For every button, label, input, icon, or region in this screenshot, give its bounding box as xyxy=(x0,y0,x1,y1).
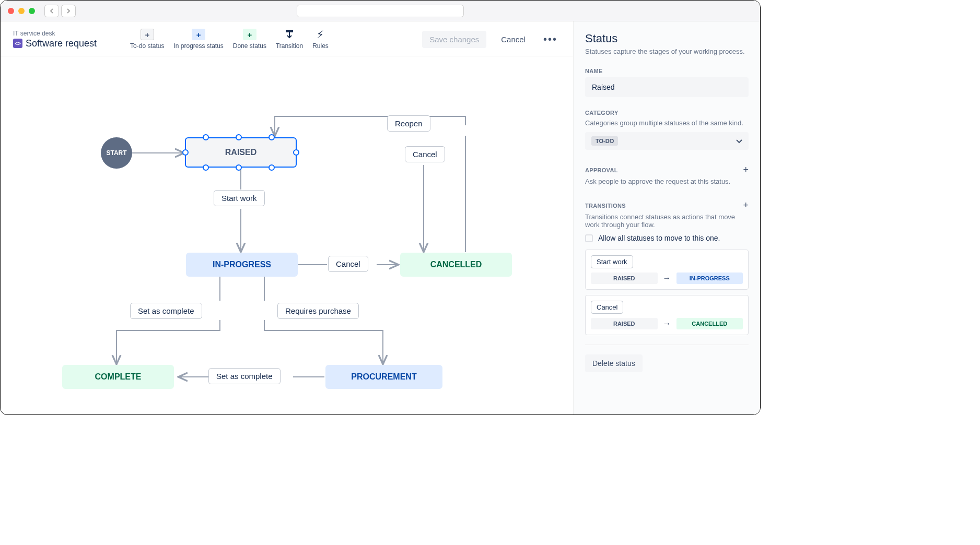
arrow-right-icon: → xyxy=(663,319,671,328)
transition-set-complete-2[interactable]: Set as complete xyxy=(208,368,281,384)
delete-status-button[interactable]: Delete status xyxy=(585,354,643,372)
page-title: Software request xyxy=(26,38,97,49)
add-done-status-button[interactable]: + Done status xyxy=(233,29,266,50)
add-approval-button[interactable]: + xyxy=(743,164,749,175)
node-raised-label: RAISED xyxy=(225,148,256,157)
plus-icon: + xyxy=(192,29,205,40)
transition-icon xyxy=(284,29,295,40)
node-raised[interactable]: RAISED xyxy=(185,137,297,168)
side-title: Status xyxy=(585,32,749,45)
node-procurement[interactable]: PROCUREMENT xyxy=(325,365,442,389)
nav-forward-button[interactable] xyxy=(61,5,76,17)
breadcrumb-parent[interactable]: IT service desk xyxy=(13,30,97,37)
toolbox: + To-do status + In progress status + Do… xyxy=(130,29,329,50)
node-start[interactable]: START xyxy=(101,137,132,169)
chevron-down-icon xyxy=(736,136,742,146)
status-name-input[interactable] xyxy=(585,77,749,97)
svg-rect-0 xyxy=(286,30,293,32)
arrow-right-icon: → xyxy=(663,274,671,283)
close-window-icon[interactable] xyxy=(8,8,14,14)
add-todo-status-button[interactable]: + To-do status xyxy=(130,29,164,50)
transition-requires-purchase[interactable]: Requires purchase xyxy=(277,303,359,319)
transition-card[interactable]: Cancel RAISED → CANCELLED xyxy=(585,295,749,335)
transitions-label: TRANSITIONS xyxy=(585,203,626,209)
url-bar[interactable] xyxy=(297,5,464,17)
nav-arrows xyxy=(44,5,76,17)
nav-back-button[interactable] xyxy=(44,5,59,17)
add-transition-button[interactable]: Transition xyxy=(276,29,303,50)
add-inprogress-status-button[interactable]: + In progress status xyxy=(173,29,223,50)
transition-card-name: Cancel xyxy=(591,301,623,314)
more-menu-icon[interactable]: ••• xyxy=(540,33,561,45)
approval-desc: Ask people to approve the request at thi… xyxy=(585,177,749,185)
transition-from-pill: RAISED xyxy=(591,272,658,284)
minimize-window-icon[interactable] xyxy=(18,8,25,14)
transition-set-complete-1[interactable]: Set as complete xyxy=(130,303,202,319)
transition-reopen[interactable]: Reopen xyxy=(387,115,430,132)
side-subtitle: Statuses capture the stages of your work… xyxy=(585,48,749,55)
category-value: TO-DO xyxy=(591,136,618,146)
cancel-button[interactable]: Cancel xyxy=(494,31,533,48)
side-panel: Status Statuses capture the stages of yo… xyxy=(573,21,760,414)
add-transition-sidepanel-button[interactable]: + xyxy=(743,200,749,211)
plus-icon: + xyxy=(141,29,154,40)
maximize-window-icon[interactable] xyxy=(29,8,35,14)
topbar: IT service desk <> Software request + To… xyxy=(1,21,573,56)
transition-card[interactable]: Start work RAISED → IN-PROGRESS xyxy=(585,250,749,290)
lightning-icon: ⚡︎ xyxy=(317,29,324,40)
workflow-edges xyxy=(1,56,573,412)
request-type-icon: <> xyxy=(13,39,22,48)
node-cancelled[interactable]: CANCELLED xyxy=(400,253,512,277)
traffic-lights xyxy=(8,8,35,14)
category-select[interactable]: TO-DO xyxy=(585,132,749,150)
approval-label: APPROVAL xyxy=(585,167,618,173)
transition-card-name: Start work xyxy=(591,255,633,268)
transition-start-work[interactable]: Start work xyxy=(214,190,265,206)
allow-all-checkbox-row[interactable]: Allow all statuses to move to this one. xyxy=(585,234,749,242)
workflow-canvas[interactable]: START RAISED IN-PROGRESS CANCELLED COMPL… xyxy=(1,56,573,412)
transition-to-pill: CANCELLED xyxy=(676,318,743,329)
transition-from-pill: RAISED xyxy=(591,318,658,329)
save-button[interactable]: Save changes xyxy=(422,31,486,48)
window: IT service desk <> Software request + To… xyxy=(0,0,761,415)
name-label: NAME xyxy=(585,68,749,74)
transition-cancel-2[interactable]: Cancel xyxy=(328,256,368,272)
chevron-right-icon xyxy=(66,8,71,14)
transition-to-pill: IN-PROGRESS xyxy=(676,272,743,284)
transition-cancel-1[interactable]: Cancel xyxy=(405,146,445,162)
chevron-left-icon xyxy=(49,8,54,14)
category-desc: Categories group multiple statuses of th… xyxy=(585,119,749,127)
breadcrumb: IT service desk <> Software request xyxy=(13,30,97,49)
node-in-progress[interactable]: IN-PROGRESS xyxy=(186,253,298,277)
node-complete[interactable]: COMPLETE xyxy=(62,365,174,389)
checkbox-icon xyxy=(585,234,593,242)
allow-all-label: Allow all statuses to move to this one. xyxy=(598,234,720,242)
titlebar xyxy=(1,1,760,21)
plus-icon: + xyxy=(243,29,256,40)
rules-button[interactable]: ⚡︎ Rules xyxy=(312,29,329,50)
category-label: CATEGORY xyxy=(585,110,749,116)
transitions-desc: Transitions connect statuses as actions … xyxy=(585,213,749,229)
